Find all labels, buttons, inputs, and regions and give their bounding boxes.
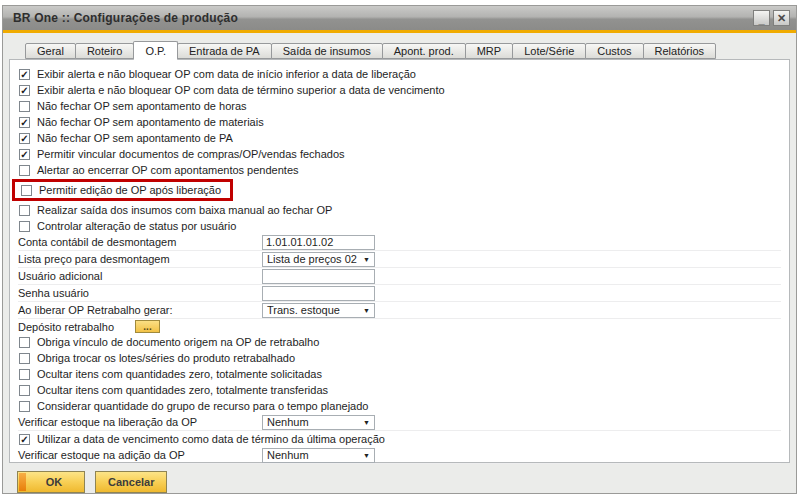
dropdown-value: Nenhum (267, 449, 309, 461)
checkbox-row: ✓ Exibir alerta e não bloquear OP com da… (18, 66, 781, 82)
window-title: BR One :: Configurações de produção (13, 11, 750, 25)
field-label: Conta contábil de desmontagem (18, 236, 262, 248)
checkbox[interactable] (19, 369, 30, 380)
checkbox[interactable] (21, 185, 32, 196)
retrabalho-gerar-select[interactable]: Trans. estoque ▼ (262, 303, 375, 318)
tab-geral[interactable]: Geral (25, 43, 76, 59)
estoque-adicao-select[interactable]: Nenhum ▼ (262, 448, 375, 463)
conta-contabil-input[interactable] (262, 235, 375, 250)
checkbox-label: Permitir vincular documentos de compras/… (37, 148, 345, 160)
dropdown-value: Trans. estoque (267, 304, 340, 316)
checkbox-row: Obriga vínculo de documento origem na OP… (18, 334, 781, 350)
checkbox-label: Exibir alerta e não bloquear OP com data… (37, 84, 445, 96)
ok-button[interactable]: OK (17, 471, 85, 493)
checkbox-label: Obriga vínculo de documento origem na OP… (37, 336, 319, 348)
chevron-down-icon: ▼ (363, 419, 370, 426)
checkbox-row: ✓ Não fechar OP sem apontamento de mater… (18, 114, 781, 130)
checkbox-label: Obriga trocar os lotes/séries do produto… (37, 352, 295, 364)
dropdown-value: Nenhum (267, 416, 309, 428)
checkbox-label: Ocultar itens com quantidades zero, tota… (37, 384, 328, 396)
cancel-button[interactable]: Cancelar (95, 471, 167, 493)
checkbox-row: ✓ Permitir vincular documentos de compra… (18, 146, 781, 162)
close-icon: ✕ (777, 11, 786, 25)
usuario-adicional-input[interactable] (262, 269, 375, 284)
checkbox[interactable] (19, 221, 30, 232)
checkbox[interactable]: ✓ (19, 117, 30, 128)
chevron-down-icon: ▼ (363, 307, 370, 314)
checkbox-label: Realizar saída dos insumos com baixa man… (37, 204, 332, 216)
minimize-button[interactable]: _ (753, 10, 770, 26)
tab-apont-prod[interactable]: Apont. prod. (382, 43, 466, 59)
checkbox-row: Alertar ao encerrar OP com apontamentos … (18, 162, 781, 178)
minimize-icon: _ (758, 15, 764, 23)
close-button[interactable]: ✕ (773, 10, 790, 26)
checkbox-label: Alertar ao encerrar OP com apontamentos … (37, 164, 299, 176)
checkbox-row: Permitir edição de OP após liberação (20, 182, 221, 198)
field-row: Verificar estoque na liberação da OP Nen… (18, 414, 781, 431)
checkbox-row: ✓ Utilizar a data de vencimento como dat… (18, 431, 781, 447)
checkbox[interactable] (19, 101, 30, 112)
checkbox-label: Ocultar itens com quantidades zero, tota… (37, 368, 322, 380)
estoque-liberacao-select[interactable]: Nenhum ▼ (262, 415, 375, 430)
highlight-red-box: Permitir edição de OP após liberação (12, 179, 233, 201)
checkbox-label: Permitir edição de OP após liberação (39, 184, 221, 196)
dropdown-value: Lista de preços 02 (267, 253, 357, 265)
content-panel: ✓ Exibir alerta e não bloquear OP com da… (9, 59, 790, 463)
field-label: Lista preço para desmontagem (18, 253, 262, 265)
senha-usuario-input[interactable] (262, 286, 375, 301)
checkbox-label: Não fechar OP sem apontamento de PA (37, 132, 233, 144)
accent-line (3, 30, 796, 33)
tab-mrp[interactable]: MRP (465, 43, 513, 59)
checkbox[interactable] (19, 337, 30, 348)
checkbox-label: Utilizar a data de vencimento como data … (37, 433, 385, 445)
checkbox-row: Ocultar itens com quantidades zero, tota… (18, 382, 781, 398)
tab-relatorios[interactable]: Relatórios (643, 43, 717, 59)
checkbox[interactable] (19, 401, 30, 412)
checkbox-row: Ocultar itens com quantidades zero, tota… (18, 366, 781, 382)
checkbox-row: Obriga trocar os lotes/séries do produto… (18, 350, 781, 366)
checkbox-row: Não fechar OP sem apontamento de horas (18, 98, 781, 114)
checkbox[interactable]: ✓ (19, 149, 30, 160)
tab-custos[interactable]: Custos (585, 43, 643, 59)
deposito-retrabalho-browse-button[interactable]: ... (135, 320, 160, 333)
tab-lote-serie[interactable]: Lote/Série (512, 43, 586, 59)
tab-saida-de-insumos[interactable]: Saída de insumos (271, 43, 383, 59)
chevron-down-icon: ▼ (363, 256, 370, 263)
footer-button-bar: OK Cancelar (3, 463, 796, 493)
checkbox[interactable]: ✓ (19, 69, 30, 80)
checkbox-row: ✓ Não fechar OP sem apontamento de PA (18, 130, 781, 146)
field-row: Conta contábil de desmontagem (18, 234, 781, 251)
field-row: Verificar estoque na adição da OP Nenhum… (18, 447, 781, 464)
checkbox-label: Não fechar OP sem apontamento de horas (37, 100, 247, 112)
field-label: Usuário adicional (18, 270, 262, 282)
browse-row: Depósito retrabalho ... (18, 319, 781, 334)
checkbox-label: Exibir alerta e não bloquear OP com data… (37, 68, 416, 80)
field-label: Verificar estoque na adição da OP (18, 449, 262, 461)
tab-entrada-de-pa[interactable]: Entrada de PA (177, 43, 272, 59)
checkbox[interactable] (19, 205, 30, 216)
checkbox-label: Controlar alteração de status por usuári… (37, 220, 236, 232)
checkbox[interactable]: ✓ (19, 434, 30, 445)
production-settings-dialog: BR One :: Configurações de produção _ ✕ … (2, 5, 797, 494)
lista-preco-select[interactable]: Lista de preços 02 ▼ (262, 252, 375, 267)
checkbox-label: Não fechar OP sem apontamento de materia… (37, 116, 264, 128)
checkbox-row: Controlar alteração de status por usuári… (18, 218, 781, 234)
checkbox[interactable]: ✓ (19, 133, 30, 144)
checkbox[interactable] (19, 165, 30, 176)
checkbox-row: Considerar quantidade do grupo de recurs… (18, 398, 781, 414)
chevron-down-icon: ▼ (363, 452, 370, 459)
checkbox-row: ✓ Exibir alerta e não bloquear OP com da… (18, 82, 781, 98)
tab-roteiro[interactable]: Roteiro (75, 43, 134, 59)
tab-op[interactable]: O.P. (133, 41, 178, 60)
field-label: Verificar estoque na liberação da OP (18, 416, 262, 428)
checkbox[interactable] (19, 353, 30, 364)
field-label: Senha usuário (18, 287, 262, 299)
tab-bar: Geral Roteiro O.P. Entrada de PA Saída d… (25, 40, 796, 59)
field-row: Usuário adicional (18, 268, 781, 285)
field-label: Depósito retrabalho (18, 321, 135, 333)
checkbox[interactable]: ✓ (19, 85, 30, 96)
checkbox-row: Realizar saída dos insumos com baixa man… (18, 202, 781, 218)
checkbox[interactable] (19, 385, 30, 396)
field-row: Ao liberar OP Retrabalho gerar: Trans. e… (18, 302, 781, 319)
field-row: Lista preço para desmontagem Lista de pr… (18, 251, 781, 268)
